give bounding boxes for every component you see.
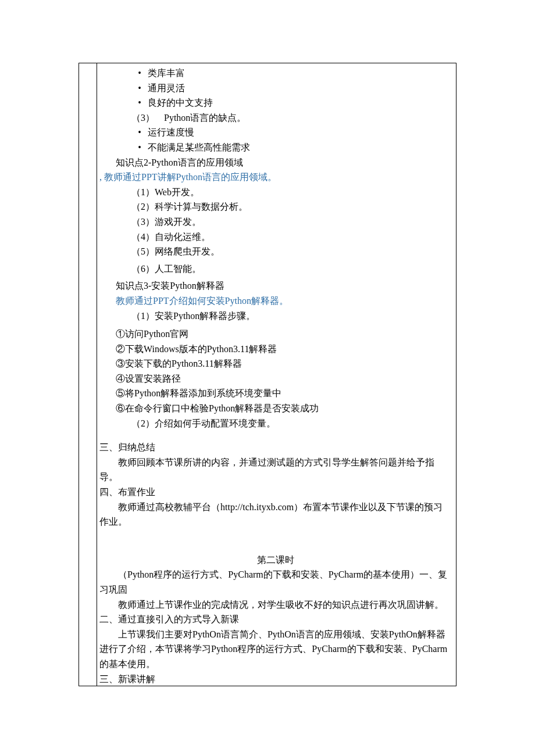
list-item: （6）人工智能。 <box>99 261 451 277</box>
bullet-item: •良好的中文支持 <box>99 95 451 110</box>
section-title: 三、归纳总结 <box>99 440 451 455</box>
step-item: ②下载Windows版本的Python3.11解释器 <box>99 342 451 357</box>
numbered-item: （3） Python语言的缺点。 <box>99 110 451 126</box>
env-note: （2）介绍如何手动配置环境变量。 <box>99 416 451 431</box>
knowledge-point-title: 知识点2-Python语言的应用领域 <box>99 155 451 170</box>
knowledge-point-title: 知识点3-安装Python解释器 <box>99 278 451 293</box>
bullet-item: •运行速度慢 <box>99 125 451 140</box>
step-item: ①访问Python官网 <box>99 327 451 342</box>
spacer <box>99 431 451 440</box>
step-item: ④设置安装路径 <box>99 371 451 386</box>
section-body: 上节课我们主要对PythOn语言简介、PythOn语言的应用领域、安装PythO… <box>99 627 451 672</box>
list-item: （4）自动化运维。 <box>99 230 451 245</box>
section-body: 教师回顾本节课所讲的内容，并通过测试题的方式引导学生解答问题并给予指导。 <box>99 455 451 485</box>
bullet-item: •类库丰富 <box>99 66 451 81</box>
left-column <box>79 63 97 686</box>
spacer <box>99 529 451 553</box>
content-body: •类库丰富 •通用灵活 •良好的中文支持 （3） Python语言的缺点。 •运… <box>97 63 456 686</box>
bullet-text: 通用灵活 <box>148 83 185 93</box>
step-label: （1）安装Python解释器步骤。 <box>99 309 451 324</box>
document-table: •类库丰富 •通用灵活 •良好的中文支持 （3） Python语言的缺点。 •运… <box>79 63 456 686</box>
teacher-note: 教师通过PPT介绍如何安装Python解释器。 <box>99 293 451 309</box>
step-item: ⑤将Python解释器添加到系统环境变量中 <box>99 386 451 401</box>
bullet-item: •通用灵活 <box>99 81 451 96</box>
list-item: （5）网络爬虫开发。 <box>99 244 451 259</box>
section-title: 四、布置作业 <box>99 485 451 500</box>
bullet-text: 不能满足某些高性能需求 <box>148 142 250 152</box>
section-title-cut: 三、新课讲解 <box>99 672 451 683</box>
page: •类库丰富 •通用灵活 •良好的中文支持 （3） Python语言的缺点。 •运… <box>0 0 535 756</box>
bullet-item: •不能满足某些高性能需求 <box>99 140 451 155</box>
step-item: ⑥在命令行窗口中检验Python解释器是否安装成功 <box>99 401 451 416</box>
section-title: 二、通过直接引入的方式导入新课 <box>99 612 451 627</box>
bullet-text: 运行速度慢 <box>148 127 194 137</box>
list-item: （1）Web开发。 <box>99 185 451 200</box>
lesson-title: 第二课时 <box>99 553 451 568</box>
step-item: ③安装下载的Python3.11解释器 <box>99 356 451 371</box>
lesson-intro: （Python程序的运行方式、PyCharm的下载和安装、PyCharm的基本使… <box>99 567 451 597</box>
content-column: •类库丰富 •通用灵活 •良好的中文支持 （3） Python语言的缺点。 •运… <box>97 63 456 686</box>
list-item: （3）游戏开发。 <box>99 214 451 230</box>
bullet-text: 类库丰富 <box>148 68 185 78</box>
list-item: （2）科学计算与数据分析。 <box>99 199 451 214</box>
lesson-review: 教师通过上节课作业的完成情况，对学生吸收不好的知识点进行再次巩固讲解。 <box>99 597 451 612</box>
teacher-note: , 教师通过PPT讲解Python语言的应用领域。 <box>99 170 451 185</box>
bullet-text: 良好的中文支持 <box>148 98 213 108</box>
section-body: 教师通过高校教辅平台（http://tch.ityxb.com）布置本节课作业以… <box>99 500 451 529</box>
